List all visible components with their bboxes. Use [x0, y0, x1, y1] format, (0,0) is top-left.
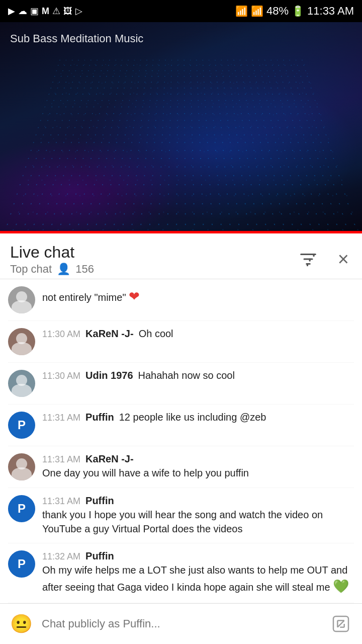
msg-user-6: Puffin	[85, 550, 114, 562]
status-bar-left: ▶ ☁ ▣ M ⚠ 🖼 ▷	[8, 6, 82, 17]
chat-msg-4: 11:31 AM KaReN -J- One day you will have…	[8, 446, 354, 488]
chat-msg-5: P 11:31 AM Puffin thank you I hope you w…	[8, 488, 354, 543]
viewer-count: 156	[75, 263, 94, 276]
avatar-5: P	[8, 495, 35, 522]
msg-text-5: thank you I hope you will hear the song …	[42, 508, 354, 536]
signal-icon: 📶	[251, 5, 263, 17]
file-icon: ▣	[30, 6, 39, 17]
msg-time-5: 11:31 AM	[42, 496, 80, 507]
cloud-icon: ☁	[18, 6, 27, 17]
warning-icon: ⚠	[52, 6, 60, 17]
msg-text-0: not entirely "mime" ❤	[42, 287, 354, 305]
avatar-6: P	[8, 550, 35, 578]
send-icon	[331, 614, 351, 634]
svg-line-9	[337, 620, 344, 627]
chat-header-left: Live chat Top chat 👤 156	[10, 243, 296, 276]
msg-text-1: Oh cool	[139, 328, 173, 340]
video-area[interactable]: Sub Bass Meditation Music	[0, 22, 362, 233]
battery-percent: 48%	[266, 5, 289, 18]
msg-time-4: 11:31 AM	[42, 454, 80, 465]
send-button[interactable]	[328, 611, 354, 637]
chat-input[interactable]	[42, 617, 321, 630]
msg-body-3: 11:31 AM Puffin 12 people like us includ…	[42, 412, 354, 423]
chat-panel-title: Live chat	[10, 243, 296, 262]
play-icon: ▷	[75, 6, 82, 17]
msg-user-5: Puffin	[85, 495, 114, 507]
chat-input-bar: 😐	[0, 603, 362, 644]
chat-msg-3: P 11:31 AM Puffin 12 people like us incl…	[8, 405, 354, 446]
msg-user-2: Udin 1976	[85, 370, 133, 381]
chat-msg-0: not entirely "mime" ❤	[8, 279, 354, 321]
chat-header-actions: ×	[296, 247, 352, 272]
clock: 11:33 AM	[307, 5, 354, 18]
status-bar: ▶ ☁ ▣ M ⚠ 🖼 ▷ 📶 📶 48% 🔋 11:33 AM	[0, 0, 362, 22]
red-heart-0: ❤	[129, 289, 140, 304]
msg-meta-5: 11:31 AM Puffin	[42, 495, 354, 507]
chat-header: Live chat Top chat 👤 156 ×	[0, 233, 362, 279]
msg-body-5: 11:31 AM Puffin thank you I hope you wil…	[42, 495, 354, 536]
avatar-1	[8, 328, 35, 355]
avatar-4	[8, 453, 35, 480]
video-progress-bar[interactable]	[0, 231, 362, 233]
msg-time-3: 11:31 AM	[42, 413, 80, 423]
msg-text-6: Oh my wife helps me a LOT she just also …	[42, 563, 354, 595]
avatar-2	[8, 370, 35, 397]
wave-overlay	[0, 57, 362, 233]
msg-text-3: 12 people like us including @zeb	[119, 412, 266, 423]
status-bar-right: 📶 📶 48% 🔋 11:33 AM	[235, 5, 354, 18]
battery-icon: 🔋	[292, 5, 304, 17]
green-heart-6: 💚	[333, 579, 349, 594]
msg-time-2: 11:30 AM	[42, 371, 80, 381]
video-title: Sub Bass Meditation Music	[10, 32, 143, 45]
close-icon: ×	[338, 250, 349, 269]
avatar-0	[8, 286, 35, 313]
msg-time-1: 11:30 AM	[42, 329, 80, 340]
msg-body-2: 11:30 AM Udin 1976 Hahahah now so cool	[42, 370, 354, 381]
msg-meta-4: 11:31 AM KaReN -J-	[42, 453, 354, 465]
emoji-button[interactable]: 😐	[8, 611, 35, 636]
msg-meta-1: 11:30 AM KaReN -J- Oh cool	[42, 328, 354, 340]
chat-panel: Live chat Top chat 👤 156 ×	[0, 233, 362, 644]
chat-header-sub: Top chat 👤 156	[10, 263, 296, 276]
msg-body-1: 11:30 AM KaReN -J- Oh cool	[42, 328, 354, 340]
emoji-icon: 😐	[10, 613, 33, 634]
msg-user-4: KaReN -J-	[85, 453, 134, 465]
msg-meta-2: 11:30 AM Udin 1976 Hahahah now so cool	[42, 370, 354, 381]
msg-body-4: 11:31 AM KaReN -J- One day you will have…	[42, 453, 354, 480]
chat-msg-1: 11:30 AM KaReN -J- Oh cool	[8, 321, 354, 363]
wifi-icon: 📶	[235, 5, 248, 17]
m-icon: M	[42, 6, 49, 17]
msg-user-1: KaReN -J-	[85, 328, 134, 340]
msg-meta-3: 11:31 AM Puffin 12 people like us includ…	[42, 412, 354, 423]
msg-meta-6: 11:32 AM Puffin	[42, 550, 354, 562]
msg-text-2: Hahahah now so cool	[138, 370, 235, 381]
msg-body-6: 11:32 AM Puffin Oh my wife helps me a LO…	[42, 550, 354, 595]
msg-user-3: Puffin	[85, 412, 114, 423]
youtube-icon: ▶	[8, 6, 15, 17]
avatar-3: P	[8, 412, 35, 439]
photo-icon: 🖼	[63, 6, 72, 17]
msg-text-4: One day you will have a wife to help you…	[42, 466, 354, 480]
msg-time-6: 11:32 AM	[42, 551, 80, 562]
viewer-icon: 👤	[57, 263, 70, 276]
close-chat-button[interactable]: ×	[335, 247, 352, 272]
chat-msg-6: P 11:32 AM Puffin Oh my wife helps me a …	[8, 543, 354, 603]
filter-button[interactable]	[296, 247, 321, 272]
chat-messages: not entirely "mime" ❤ 11:30 AM KaReN -J-…	[0, 279, 362, 603]
msg-body-0: not entirely "mime" ❤	[42, 286, 354, 305]
chat-msg-2: 11:30 AM Udin 1976 Hahahah now so cool	[8, 363, 354, 405]
top-chat-label: Top chat	[10, 263, 52, 276]
